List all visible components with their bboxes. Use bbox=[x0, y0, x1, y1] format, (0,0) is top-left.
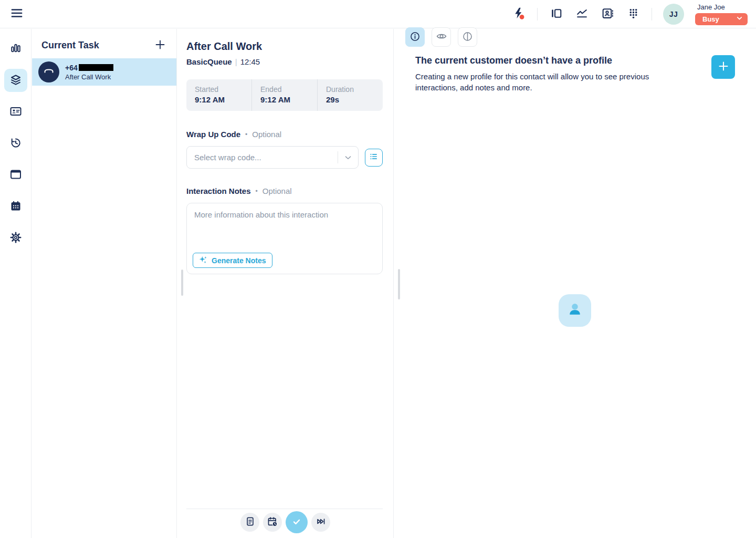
subtitle-separator: | bbox=[232, 57, 240, 66]
optional-label: Optional bbox=[252, 130, 281, 139]
panels-icon bbox=[550, 7, 563, 22]
schedule-callback-button[interactable] bbox=[263, 513, 282, 532]
stat-value: 9:12 AM bbox=[260, 95, 317, 104]
status-dropdown[interactable]: Busy bbox=[695, 13, 748, 25]
task-list-item[interactable]: +64 After Call Work bbox=[32, 58, 176, 86]
stat-value: 9:12 AM bbox=[195, 95, 251, 104]
dialpad-button[interactable] bbox=[626, 7, 640, 22]
layers-icon bbox=[9, 74, 22, 88]
stat-started: Started 9:12 AM bbox=[186, 79, 251, 111]
queue-name: BasicQueue bbox=[186, 57, 232, 66]
customer-profile-panel: The current customer doesn’t have a prof… bbox=[394, 29, 756, 538]
interaction-notes-label: Interaction Notes bbox=[186, 187, 251, 195]
gear-icon bbox=[9, 231, 22, 245]
chevron-down-icon bbox=[338, 153, 358, 162]
sidebar-item-calendar[interactable] bbox=[4, 195, 27, 218]
sidebar-item-metrics[interactable] bbox=[4, 37, 27, 60]
sidebar-item-browser[interactable] bbox=[4, 163, 27, 187]
profile-heading: The current customer doesn’t have a prof… bbox=[415, 55, 667, 66]
stat-label: Started bbox=[195, 85, 251, 94]
tab-insights[interactable] bbox=[458, 27, 477, 47]
detail-panel-scrollbar[interactable] bbox=[398, 269, 400, 299]
topbar-separator bbox=[537, 8, 538, 20]
bullet: • bbox=[256, 188, 258, 195]
call-stats-box: Started 9:12 AM Ended 9:12 AM Duration 2… bbox=[186, 79, 383, 111]
add-task-button[interactable] bbox=[153, 38, 167, 52]
hamburger-menu-button[interactable] bbox=[9, 6, 25, 22]
wrap-code-list-button[interactable] bbox=[365, 149, 383, 167]
generate-notes-button[interactable]: Generate Notes bbox=[193, 253, 272, 268]
bar-chart-icon bbox=[9, 42, 22, 56]
split-circle-icon bbox=[462, 31, 473, 44]
contacts-directory-button[interactable] bbox=[600, 7, 615, 22]
create-profile-button[interactable] bbox=[711, 55, 735, 79]
contacts-book-icon bbox=[601, 7, 614, 22]
profile-tabs bbox=[405, 27, 477, 47]
interaction-notes-input[interactable] bbox=[187, 203, 382, 250]
quick-actions-button[interactable] bbox=[511, 7, 526, 22]
complete-task-button[interactable] bbox=[286, 511, 308, 533]
detail-subtitle: BasicQueue|12:45 bbox=[186, 57, 383, 66]
bullet: • bbox=[245, 131, 247, 138]
after-call-work-panel: After Call Work BasicQueue|12:45 Started… bbox=[177, 29, 394, 538]
panels-view-button[interactable] bbox=[549, 7, 563, 22]
stat-label: Duration bbox=[326, 85, 383, 94]
topbar: JJ Jane Joe Busy bbox=[0, 0, 756, 28]
metrics-trend-button[interactable] bbox=[574, 7, 589, 22]
browser-icon bbox=[9, 168, 22, 182]
footer-divider bbox=[186, 509, 383, 509]
calendar-clock-icon bbox=[267, 516, 278, 529]
eye-icon bbox=[436, 30, 447, 44]
stat-duration: Duration 29s bbox=[317, 79, 383, 111]
user-name: Jane Joe bbox=[695, 3, 725, 11]
contact-card-icon bbox=[9, 105, 22, 119]
sidebar-item-settings[interactable] bbox=[4, 226, 27, 250]
sparkle-icon bbox=[198, 255, 208, 266]
empty-profile-avatar bbox=[559, 294, 591, 327]
check-icon bbox=[291, 516, 302, 529]
stat-ended: Ended 9:12 AM bbox=[251, 79, 317, 111]
stat-value: 29s bbox=[326, 95, 383, 104]
task-panel-header: Current Task bbox=[32, 29, 176, 54]
detail-title: After Call Work bbox=[186, 40, 383, 53]
trend-icon bbox=[575, 7, 589, 22]
skip-button[interactable] bbox=[311, 513, 330, 532]
tab-info[interactable] bbox=[405, 27, 425, 47]
note-icon bbox=[245, 516, 256, 529]
wrap-code-select[interactable]: Select wrap code... bbox=[186, 146, 359, 169]
sidebar-item-tasks[interactable] bbox=[4, 69, 27, 92]
topbar-actions: JJ Jane Joe Busy bbox=[511, 3, 756, 25]
avatar[interactable]: JJ bbox=[663, 4, 684, 25]
generate-notes-label: Generate Notes bbox=[212, 256, 266, 265]
phone-icon bbox=[43, 65, 55, 79]
notes-box: Generate Notes bbox=[186, 203, 383, 274]
person-icon bbox=[566, 301, 584, 320]
plus-icon bbox=[154, 38, 166, 53]
task-action-row bbox=[177, 511, 393, 533]
stat-label: Ended bbox=[260, 85, 317, 94]
topbar-separator bbox=[652, 8, 652, 20]
calendar-icon bbox=[9, 200, 22, 214]
sidebar-item-history[interactable] bbox=[4, 132, 27, 155]
wrap-code-placeholder: Select wrap code... bbox=[187, 153, 338, 162]
task-panel-title: Current Task bbox=[41, 40, 99, 51]
avatar-initials: JJ bbox=[669, 10, 678, 18]
bulleted-list-icon bbox=[369, 151, 379, 163]
notes-summary-button[interactable] bbox=[240, 513, 259, 532]
skip-forward-icon bbox=[316, 516, 327, 529]
profile-empty-state: The current customer doesn’t have a prof… bbox=[415, 55, 667, 93]
current-task-panel: Current Task +64 After Call Work bbox=[32, 29, 177, 538]
task-phone-number: +64 bbox=[65, 64, 78, 72]
task-panel-scrollbar[interactable] bbox=[181, 270, 183, 296]
sidebar-item-contacts[interactable] bbox=[4, 100, 27, 123]
redacted-phone-number bbox=[79, 64, 113, 71]
hamburger-icon bbox=[10, 6, 24, 22]
profile-body: Creating a new profile for this contact … bbox=[415, 71, 667, 93]
interaction-notes-section: Interaction Notes • Optional Generate No… bbox=[186, 187, 383, 274]
user-block: Jane Joe Busy bbox=[695, 3, 748, 25]
wrap-up-code-label: Wrap Up Code bbox=[186, 130, 240, 139]
info-icon bbox=[410, 31, 421, 44]
phone-circle bbox=[38, 61, 59, 82]
history-icon bbox=[9, 137, 22, 151]
tab-preview[interactable] bbox=[432, 27, 451, 47]
